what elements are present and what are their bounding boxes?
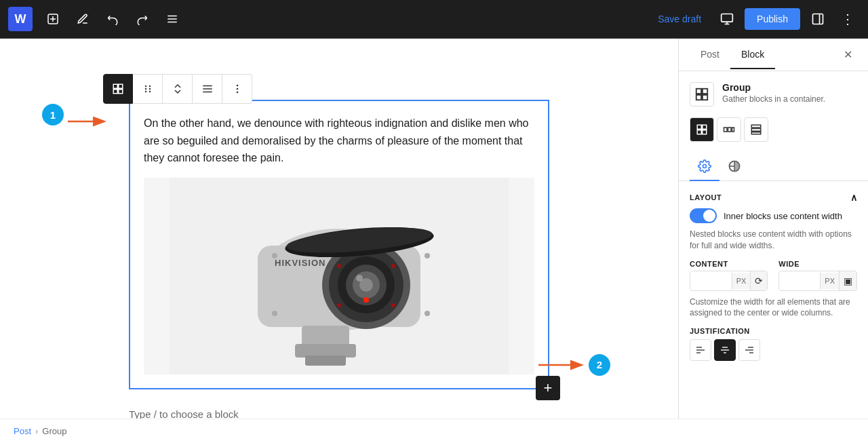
more-options-button[interactable]: ⋮ <box>835 7 860 31</box>
block-options-button[interactable] <box>222 74 252 104</box>
content-width-input[interactable] <box>690 271 732 290</box>
sidebar-header: Post Block ✕ <box>679 39 868 71</box>
svg-rect-57 <box>696 89 701 94</box>
block-type-button[interactable] <box>103 74 133 104</box>
main-area: 1 <box>0 39 868 419</box>
tools-button[interactable] <box>71 7 95 31</box>
svg-rect-68 <box>751 125 761 128</box>
layout-label: Layout <box>690 193 722 201</box>
layout-section-header: Layout ∧ <box>690 192 857 203</box>
svg-point-22 <box>149 91 150 92</box>
wide-width-group: WIDE PX ▣ <box>778 260 857 291</box>
editor-area: 1 <box>0 39 678 419</box>
justification-label: JUSTIFICATION <box>690 327 857 335</box>
sidebar-sub-tabs <box>679 153 868 181</box>
wp-logo[interactable]: W <box>8 7 33 31</box>
svg-rect-69 <box>751 129 761 132</box>
svg-rect-16 <box>119 90 123 94</box>
svg-point-20 <box>149 88 150 90</box>
wide-unit: PX <box>820 273 839 289</box>
layout-row-button[interactable] <box>717 117 741 142</box>
type-hint: Type / to choose a block <box>129 408 549 419</box>
svg-point-27 <box>236 88 238 90</box>
sidebar-toggle-button[interactable] <box>806 7 830 31</box>
svg-point-51 <box>272 253 277 258</box>
justify-left-button[interactable] <box>690 339 711 361</box>
layout-chevron[interactable]: ∧ <box>850 192 858 203</box>
justify-center-button[interactable] <box>714 339 736 361</box>
svg-point-41 <box>337 303 341 307</box>
move-up-down-button[interactable] <box>163 74 193 104</box>
sidebar-content: Group Gather blocks in a container. <box>679 71 868 419</box>
sidebar-close-button[interactable]: ✕ <box>838 45 857 64</box>
layout-stack-button[interactable] <box>744 117 768 142</box>
customize-desc: Customize the width for all elements tha… <box>690 296 857 320</box>
undo-button[interactable] <box>100 7 125 31</box>
breadcrumb-separator: › <box>35 426 38 436</box>
paragraph-text: On the other hand, we denounce with righ… <box>144 115 534 167</box>
step-2-indicator: 2 <box>589 354 610 376</box>
svg-point-40 <box>391 264 395 268</box>
step-1-indicator: 1 <box>42 104 64 126</box>
svg-rect-58 <box>703 89 707 94</box>
breadcrumb-bar: Post › Group <box>0 419 868 443</box>
content-reset-icon[interactable]: ⟳ <box>750 271 767 290</box>
svg-rect-65 <box>724 128 728 132</box>
camera-image: HIKVISION <box>144 178 534 374</box>
inner-blocks-toggle[interactable] <box>690 208 717 223</box>
content-wrapper: On the other hand, we denounce with righ… <box>129 100 549 419</box>
wide-reset-icon[interactable]: ▣ <box>839 271 856 290</box>
breadcrumb-group: Group <box>42 426 66 436</box>
arrow-1 <box>68 115 108 128</box>
breadcrumb-post[interactable]: Post <box>14 426 31 436</box>
svg-point-28 <box>236 92 238 94</box>
group-block: On the other hand, we denounce with righ… <box>129 100 549 389</box>
content-input-wrapper: PX ⟳ <box>690 271 768 291</box>
add-block-inside-button[interactable]: + <box>536 376 560 400</box>
svg-point-39 <box>337 264 341 268</box>
svg-point-17 <box>144 85 146 87</box>
svg-rect-66 <box>728 128 732 132</box>
svg-rect-13 <box>113 84 117 88</box>
list-view-button[interactable] <box>160 7 184 31</box>
svg-point-52 <box>272 311 277 316</box>
width-inputs-row: CONTENT PX ⟳ WIDE PX ▣ <box>690 260 857 291</box>
svg-rect-50 <box>305 355 346 366</box>
layout-group-button[interactable] <box>690 117 714 142</box>
layout-icons <box>690 117 857 142</box>
sub-tab-settings[interactable] <box>690 153 719 181</box>
preview-button[interactable] <box>715 7 739 31</box>
wide-label: WIDE <box>778 260 857 268</box>
add-block-button[interactable] <box>41 7 65 31</box>
svg-point-54 <box>425 311 430 316</box>
sub-tab-styles[interactable] <box>719 153 749 181</box>
wide-width-input[interactable] <box>779 271 820 290</box>
arrow-2: 2 <box>538 354 610 376</box>
block-toolbar <box>103 74 252 104</box>
svg-point-42 <box>391 303 395 307</box>
publish-button[interactable]: Publish <box>745 8 800 30</box>
inner-blocks-label: Inner blocks use content width <box>724 211 842 221</box>
svg-point-19 <box>144 88 146 90</box>
svg-rect-6 <box>722 14 733 22</box>
tab-block[interactable]: Block <box>730 41 775 69</box>
justify-right-button[interactable] <box>738 339 760 361</box>
top-toolbar: W Save draft Publish <box>0 0 868 39</box>
tab-post[interactable]: Post <box>690 41 730 69</box>
svg-rect-48 <box>302 326 349 346</box>
group-title: Group <box>722 82 825 93</box>
group-desc: Gather blocks in a container. <box>722 94 825 104</box>
inner-blocks-desc: Nested blocks use content width with opt… <box>690 229 857 252</box>
content-width-group: CONTENT PX ⟳ <box>690 260 768 291</box>
svg-point-18 <box>149 85 150 87</box>
svg-rect-62 <box>703 125 707 129</box>
drag-handle-button[interactable] <box>133 74 163 104</box>
svg-rect-61 <box>697 125 701 129</box>
redo-button[interactable] <box>130 7 155 31</box>
align-button[interactable] <box>193 74 222 104</box>
svg-rect-70 <box>751 132 761 134</box>
wide-input-wrapper: PX ▣ <box>778 271 857 291</box>
save-draft-button[interactable]: Save draft <box>650 8 709 30</box>
svg-rect-60 <box>703 95 707 100</box>
svg-rect-15 <box>113 90 117 94</box>
